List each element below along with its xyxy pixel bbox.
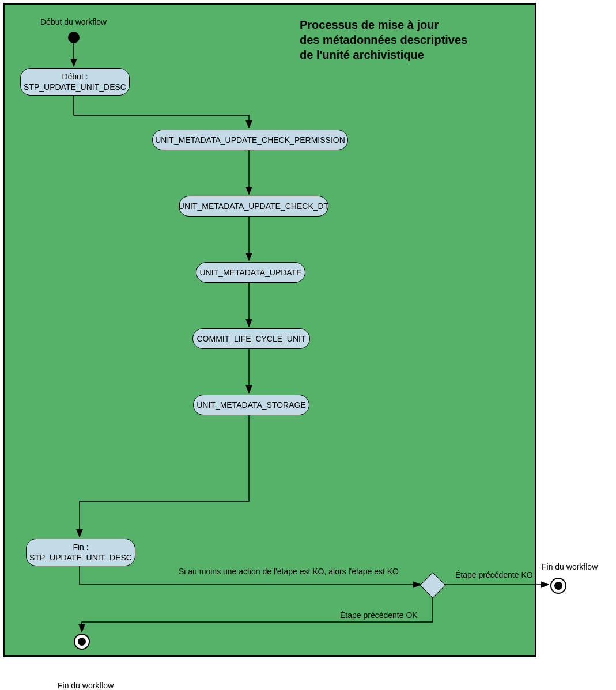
label-condition-ko: Si au moins une action de l'étape est KO…	[179, 567, 399, 576]
activity-storage: UNIT_METADATA_STORAGE	[193, 395, 309, 415]
activity-text: Fin :	[73, 542, 88, 552]
activity-text: Début :	[62, 71, 88, 82]
activity-check-dt: UNIT_METADATA_UPDATE_CHECK_DT	[179, 196, 328, 217]
label-etape-ok: Étape précédente OK	[340, 611, 418, 620]
activity-update: UNIT_METADATA_UPDATE	[196, 262, 305, 283]
activity-text: STP_UPDATE_UNIT_DESC	[29, 552, 132, 563]
activity-fin: Fin : STP_UPDATE_UNIT_DESC	[26, 539, 135, 566]
title-line: Processus de mise à jour	[300, 17, 467, 32]
activity-text: STP_UPDATE_UNIT_DESC	[24, 82, 126, 92]
label-etape-ko: Étape précédente KO	[455, 570, 533, 579]
activity-debut: Début : STP_UPDATE_UNIT_DESC	[20, 68, 130, 96]
start-node-icon	[68, 32, 80, 43]
label-fin-workflow-right: Fin du workflow	[542, 562, 598, 571]
label-debut-workflow: Début du workflow	[40, 17, 107, 26]
end-node-bottom-icon	[74, 634, 90, 650]
label-fin-workflow-bottom: Fin du workflow	[58, 681, 114, 690]
activity-commit: COMMIT_LIFE_CYCLE_UNIT	[192, 328, 310, 349]
activity-check-permission: UNIT_METADATA_UPDATE_CHECK_PERMISSION	[152, 130, 348, 150]
diagram-title: Processus de mise à jour des métadonnées…	[300, 17, 467, 62]
title-line: de l'unité archivistique	[300, 47, 467, 62]
end-node-right-icon	[550, 578, 566, 594]
title-line: des métadonnées descriptives	[300, 32, 467, 47]
